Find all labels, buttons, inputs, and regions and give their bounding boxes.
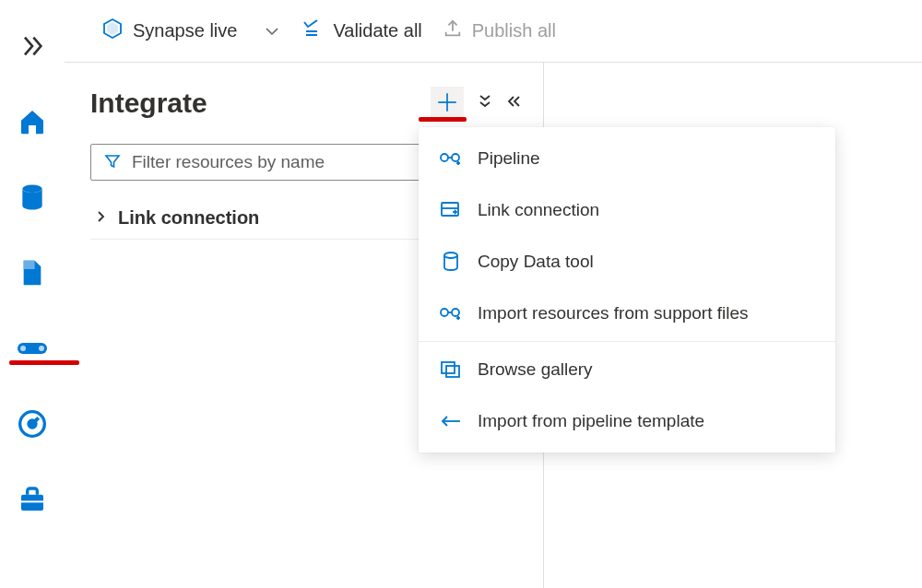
menu-label: Import from pipeline template — [478, 411, 704, 431]
checklist-icon — [301, 19, 324, 42]
link-connection-icon — [439, 198, 463, 222]
svg-point-18 — [452, 154, 459, 161]
top-toolbar: Synapse live Validate all Publish all — [65, 0, 922, 63]
expand-all-button[interactable] — [479, 94, 491, 112]
gallery-icon — [439, 358, 463, 382]
plus-icon — [435, 90, 459, 117]
database-icon — [18, 182, 47, 215]
svg-point-0 — [22, 184, 41, 193]
svg-rect-30 — [446, 366, 459, 377]
import-files-icon — [439, 301, 463, 325]
nav-manage[interactable] — [13, 481, 52, 520]
menu-item-browse-gallery[interactable]: Browse gallery — [419, 344, 835, 395]
svg-point-6 — [39, 346, 44, 351]
svg-point-5 — [20, 346, 26, 351]
menu-label: Browse gallery — [478, 359, 593, 380]
workspace-label: Synapse live — [133, 20, 237, 41]
menu-item-import-template[interactable]: Import from pipeline template — [419, 395, 835, 447]
left-nav-rail — [0, 0, 65, 588]
double-chevron-right-icon — [18, 31, 47, 64]
menu-item-link-connection[interactable]: Link connection — [419, 184, 835, 236]
svg-rect-29 — [442, 362, 455, 373]
svg-point-24 — [441, 309, 448, 316]
menu-label: Link connection — [478, 200, 599, 220]
publish-all-button[interactable]: Publish all — [443, 18, 556, 43]
tree-item-label: Link connection — [118, 207, 259, 229]
nav-data[interactable] — [13, 179, 52, 218]
svg-rect-10 — [21, 500, 43, 502]
add-resource-button[interactable] — [431, 87, 464, 120]
synapse-icon — [101, 18, 124, 44]
filter-icon — [104, 153, 121, 172]
double-chevron-down-icon — [479, 96, 491, 112]
add-resource-menu: Pipeline Link connection Copy Data tool … — [419, 127, 835, 453]
collapse-panel-button[interactable] — [506, 95, 521, 112]
svg-rect-1 — [24, 260, 35, 268]
gauge-icon — [18, 409, 47, 441]
highlight-annotation — [419, 117, 467, 122]
home-icon — [18, 107, 47, 139]
nav-monitor[interactable] — [13, 406, 52, 444]
panel-title: Integrate — [90, 88, 207, 119]
copy-data-icon — [439, 250, 463, 274]
svg-point-25 — [452, 309, 459, 316]
double-chevron-left-icon — [506, 95, 521, 111]
workspace-selector[interactable]: Synapse live — [101, 18, 281, 44]
toolbox-icon — [18, 485, 47, 517]
publish-label: Publish all — [472, 20, 556, 41]
highlight-annotation — [9, 360, 79, 365]
menu-item-copy-data[interactable]: Copy Data tool — [419, 236, 835, 288]
nav-develop[interactable] — [13, 254, 52, 293]
svg-point-17 — [441, 154, 448, 161]
arrow-left-icon — [439, 409, 463, 433]
nav-home[interactable] — [13, 103, 52, 142]
svg-rect-9 — [21, 494, 43, 510]
document-icon — [18, 258, 47, 290]
chevron-down-icon — [263, 20, 281, 41]
validate-label: Validate all — [333, 20, 421, 41]
menu-label: Pipeline — [478, 148, 540, 169]
menu-label: Copy Data tool — [478, 252, 594, 272]
menu-divider — [419, 341, 835, 342]
validate-all-button[interactable]: Validate all — [301, 19, 421, 42]
collapse-rail-button[interactable] — [13, 28, 52, 66]
upload-icon — [443, 18, 463, 43]
svg-point-23 — [444, 253, 457, 258]
caret-right-icon — [96, 210, 107, 226]
menu-item-pipeline[interactable]: Pipeline — [419, 133, 835, 184]
menu-item-import-support-files[interactable]: Import resources from support files — [419, 288, 835, 339]
pipeline-small-icon — [439, 147, 463, 171]
svg-marker-12 — [108, 23, 117, 34]
menu-label: Import resources from support files — [478, 303, 749, 323]
